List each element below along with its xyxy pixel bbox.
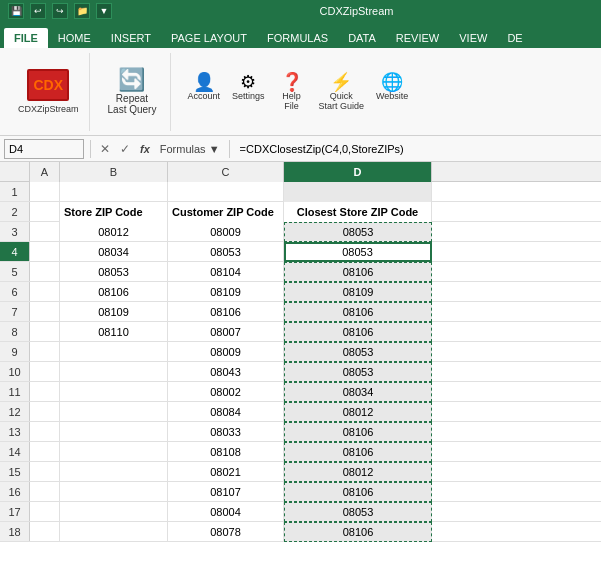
cell-d13[interactable]: 08106 [284, 422, 432, 442]
cell-c2[interactable]: Customer ZIP Code [168, 202, 284, 222]
cdx-logo[interactable]: CDX [27, 69, 69, 101]
repeat-last-query-button[interactable]: 🔄 RepeatLast Query [102, 66, 163, 118]
open-icon[interactable]: 📁 [74, 3, 90, 19]
cell-d16[interactable]: 08106 [284, 482, 432, 502]
tab-page-layout[interactable]: PAGE LAYOUT [161, 28, 257, 48]
cell-c11[interactable]: 08002 [168, 382, 284, 402]
cell-d2[interactable]: Closest Store ZIP Code [284, 202, 432, 222]
cell-a16[interactable] [30, 482, 60, 502]
cell-c4[interactable]: 08053 [168, 242, 284, 262]
cell-d1[interactable] [284, 182, 432, 202]
col-header-b[interactable]: B [60, 162, 168, 182]
cell-b16[interactable] [60, 482, 168, 502]
dropdown-icon[interactable]: ▼ [96, 3, 112, 19]
cell-d6[interactable]: 08109 [284, 282, 432, 302]
tab-formulas[interactable]: FORMULAS [257, 28, 338, 48]
cell-d4[interactable]: 08053 [284, 242, 432, 262]
redo-icon[interactable]: ↪ [52, 3, 68, 19]
cell-a4[interactable] [30, 242, 60, 262]
cell-d14[interactable]: 08106 [284, 442, 432, 462]
name-box[interactable]: D4 [4, 139, 84, 159]
cell-a12[interactable] [30, 402, 60, 422]
fx-button[interactable]: fx [137, 141, 153, 157]
cell-c16[interactable]: 08107 [168, 482, 284, 502]
cell-c15[interactable]: 08021 [168, 462, 284, 482]
cell-d9[interactable]: 08053 [284, 342, 432, 362]
cell-d11[interactable]: 08034 [284, 382, 432, 402]
cell-b3[interactable]: 08012 [60, 222, 168, 242]
cell-d12[interactable]: 08012 [284, 402, 432, 422]
tab-de[interactable]: DE [497, 28, 532, 48]
cell-b7[interactable]: 08109 [60, 302, 168, 322]
cell-a8[interactable] [30, 322, 60, 342]
cell-a5[interactable] [30, 262, 60, 282]
col-header-d[interactable]: D [284, 162, 432, 182]
col-header-a[interactable]: A [30, 162, 60, 182]
cell-b14[interactable] [60, 442, 168, 462]
cell-a7[interactable] [30, 302, 60, 322]
cell-a9[interactable] [30, 342, 60, 362]
cell-a13[interactable] [30, 422, 60, 442]
cell-b9[interactable] [60, 342, 168, 362]
cell-b12[interactable] [60, 402, 168, 422]
cell-a1[interactable] [30, 182, 60, 202]
formulas-dropdown[interactable]: Formulas ▼ [157, 141, 223, 157]
cell-a6[interactable] [30, 282, 60, 302]
cell-c17[interactable]: 08004 [168, 502, 284, 522]
cell-a14[interactable] [30, 442, 60, 462]
undo-icon[interactable]: ↩ [30, 3, 46, 19]
cell-b6[interactable]: 08106 [60, 282, 168, 302]
cell-c5[interactable]: 08104 [168, 262, 284, 282]
cell-b11[interactable] [60, 382, 168, 402]
cell-d7[interactable]: 08106 [284, 302, 432, 322]
cell-d5[interactable]: 08106 [284, 262, 432, 282]
cell-c10[interactable]: 08043 [168, 362, 284, 382]
cancel-icon[interactable]: ✕ [97, 140, 113, 158]
formula-display[interactable]: =CDXClosestZip(C4,0,StoreZIPs) [236, 143, 597, 155]
cell-b18[interactable] [60, 522, 168, 542]
cell-d10[interactable]: 08053 [284, 362, 432, 382]
cell-b8[interactable]: 08110 [60, 322, 168, 342]
confirm-icon[interactable]: ✓ [117, 140, 133, 158]
cell-d8[interactable]: 08106 [284, 322, 432, 342]
tab-review[interactable]: REVIEW [386, 28, 449, 48]
cell-c1[interactable] [168, 182, 284, 202]
cell-b4[interactable]: 08034 [60, 242, 168, 262]
tab-file[interactable]: FILE [4, 28, 48, 48]
save-icon[interactable]: 💾 [8, 3, 24, 19]
cell-a3[interactable] [30, 222, 60, 242]
cell-b2[interactable]: Store ZIP Code [60, 202, 168, 222]
cell-d17[interactable]: 08053 [284, 502, 432, 522]
cell-b10[interactable] [60, 362, 168, 382]
tab-data[interactable]: DATA [338, 28, 386, 48]
cell-a10[interactable] [30, 362, 60, 382]
quick-start-button[interactable]: ⚡ QuickStart Guide [315, 71, 369, 113]
cell-a11[interactable] [30, 382, 60, 402]
cell-d3[interactable]: 08053 [284, 222, 432, 242]
cell-c12[interactable]: 08084 [168, 402, 284, 422]
cell-c9[interactable]: 08009 [168, 342, 284, 362]
col-header-c[interactable]: C [168, 162, 284, 182]
help-file-button[interactable]: ❓ HelpFile [273, 71, 311, 113]
cell-b13[interactable] [60, 422, 168, 442]
cell-c6[interactable]: 08109 [168, 282, 284, 302]
cell-b15[interactable] [60, 462, 168, 482]
tab-insert[interactable]: INSERT [101, 28, 161, 48]
cell-c7[interactable]: 08106 [168, 302, 284, 322]
cell-c8[interactable]: 08007 [168, 322, 284, 342]
account-button[interactable]: 👤 Account [183, 71, 224, 113]
cell-b17[interactable] [60, 502, 168, 522]
cell-b5[interactable]: 08053 [60, 262, 168, 282]
settings-button[interactable]: ⚙ Settings [228, 71, 269, 113]
cell-c3[interactable]: 08009 [168, 222, 284, 242]
cell-a15[interactable] [30, 462, 60, 482]
cell-c13[interactable]: 08033 [168, 422, 284, 442]
cell-b1[interactable] [60, 182, 168, 202]
cell-a2[interactable] [30, 202, 60, 222]
cell-c14[interactable]: 08108 [168, 442, 284, 462]
cell-a17[interactable] [30, 502, 60, 522]
tab-view[interactable]: VIEW [449, 28, 497, 48]
cell-d18[interactable]: 08106 [284, 522, 432, 542]
cell-c18[interactable]: 08078 [168, 522, 284, 542]
website-button[interactable]: 🌐 Website [372, 71, 412, 113]
